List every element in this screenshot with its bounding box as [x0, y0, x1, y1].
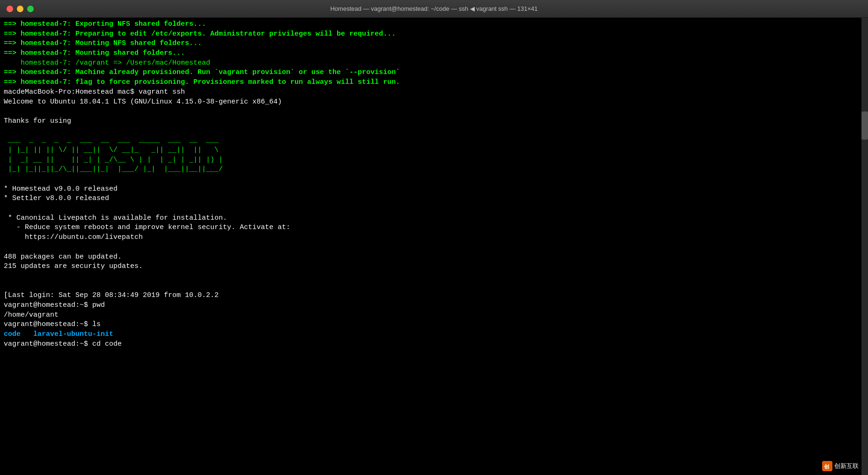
window-controls: [7, 6, 34, 12]
terminal-ls-output: code laravel-ubuntu-init: [4, 330, 113, 338]
terminal-line: macdeMacBook-Pro:Homestead mac$ vagrant …: [4, 88, 282, 125]
ascii-art-homestead: ___ _ _ _ _ ___ __ ___ _____ ___ __ ___ …: [4, 136, 223, 173]
maximize-button[interactable]: [27, 6, 34, 12]
watermark: 创 创新互联: [822, 461, 859, 471]
terminal-line: ==> homestead-7: Machine already provisi…: [4, 68, 400, 86]
svg-text:创: 创: [824, 464, 829, 469]
scrollbar-thumb[interactable]: [861, 111, 868, 140]
watermark-icon: 创: [822, 461, 832, 471]
minimize-button[interactable]: [17, 6, 23, 12]
terminal-line: /home/vagrant: [4, 311, 59, 319]
terminal-output: ==> homestead-7: Exporting NFS shared fo…: [4, 20, 864, 349]
terminal-prompt: vagrant@homestead:~$ pwd: [4, 301, 105, 309]
terminal-prompt: vagrant@homestead:~$ ls: [4, 320, 101, 328]
titlebar: Homestead — vagrant@homestead: ~/code — …: [0, 0, 868, 18]
terminal-line: ==> homestead-7: Exporting NFS shared fo…: [4, 20, 396, 57]
watermark-text: 创新互联: [834, 462, 859, 470]
window-title: Homestead — vagrant@homestead: ~/code — …: [330, 5, 537, 12]
terminal-window[interactable]: ==> homestead-7: Exporting NFS shared fo…: [0, 18, 868, 475]
scrollbar[interactable]: [861, 18, 868, 475]
terminal-prompt: vagrant@homestead:~$ cd code: [4, 340, 122, 348]
close-button[interactable]: [7, 6, 13, 12]
terminal-line: * Homestead v9.0.0 released * Settler v8…: [4, 185, 290, 300]
terminal-line: homestead-7: /vagrant => /Users/mac/Home…: [4, 59, 210, 67]
brand-icon: 创: [823, 462, 831, 470]
